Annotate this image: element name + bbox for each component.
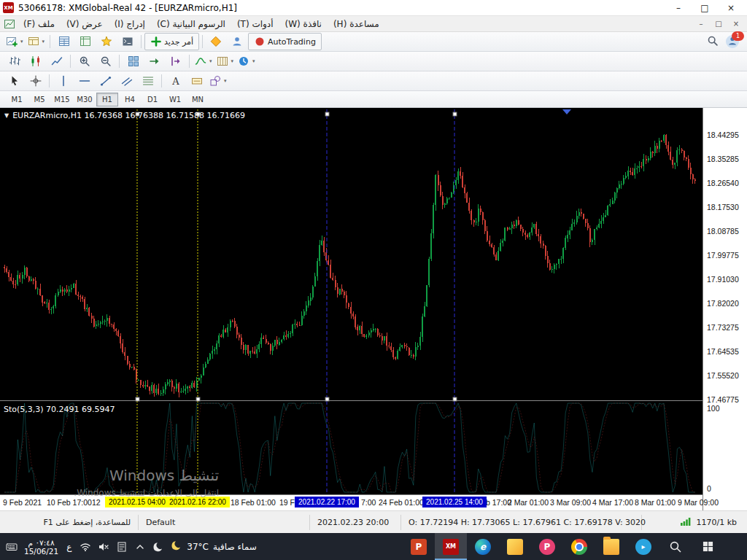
vertical-line-icon [58,75,69,87]
status-profile[interactable]: Default [139,515,310,530]
taskbar-app-app-p[interactable]: P [531,533,563,560]
templates-button[interactable]: ▾ [236,52,258,70]
time-axis-label: 18 Feb 01:00 [231,498,276,507]
timeframe-MN[interactable]: MN [187,93,209,106]
trendline-button[interactable] [95,72,116,90]
metaeditor-icon [210,36,222,47]
timeframe-H1[interactable]: H1 [96,93,118,106]
menu-item[interactable]: نافذة (W) [279,18,328,31]
timeframe-D1[interactable]: D1 [142,93,163,106]
metaeditor-button[interactable] [206,33,227,50]
profiles-button[interactable]: ▾ [26,33,47,50]
navigator-button[interactable] [96,33,117,50]
search-icon[interactable] [707,35,719,49]
menu-item[interactable]: الرسوم البيانية (C) [151,18,231,31]
taskbar-app-store-yellow[interactable] [499,533,531,560]
new-order-button[interactable]: أمر جديد [144,33,199,50]
close-button[interactable]: × [718,1,744,15]
candlestick-icon [30,55,42,67]
indicators-button[interactable]: ▾ [193,52,214,70]
navigator-icon [101,36,112,47]
candlestick-button[interactable] [25,52,46,70]
zoom-in-button[interactable] [74,52,95,70]
timeframe-M30[interactable]: M30 [74,93,96,106]
toolbar-button-label: AutoTrading [268,37,316,47]
menu-item[interactable]: عرض (V) [61,18,109,31]
menu-item[interactable]: إدراج (I) [109,18,151,31]
time-axis[interactable]: 9 Feb 202110 Feb 17:001218 Feb 01:0019 F… [0,494,703,510]
crosshair-button[interactable] [25,72,46,90]
taskbar-app-file-explorer[interactable] [595,533,627,560]
timeframe-H4[interactable]: H4 [119,93,141,106]
taskbar-app-app-blue[interactable]: ▸ [627,533,659,560]
terminal-button[interactable] [117,33,138,50]
taskbar-app-chrome[interactable] [563,533,595,560]
vertical-line-button[interactable] [53,72,74,90]
taskbar-app-edge[interactable]: e [467,533,499,560]
chart-shift-button[interactable] [165,52,186,70]
periods-button[interactable]: ▾ [214,52,236,70]
experts-button[interactable] [227,33,248,50]
taskbar-app-powerpoint[interactable]: P [403,533,435,560]
data-window-button[interactable] [74,33,96,50]
chart-plot-area[interactable] [0,108,703,494]
taskbar-clock[interactable]: ٠٧:٤٨ م 15/06/21 [24,538,58,556]
market-watch-button[interactable] [53,33,74,50]
autotrading-button[interactable]: AutoTrading [248,33,322,50]
autotrading-icon [254,36,266,47]
language-indicator[interactable]: ع [65,542,73,552]
shapes-button[interactable]: ▾ [207,72,229,90]
tray-app-icon[interactable] [116,541,128,553]
menu-item[interactable]: مساعدة (H) [328,18,385,31]
bar-chart-icon [9,55,20,67]
menu-item[interactable]: أدوات (T) [231,18,279,31]
vline-time-label[interactable]: 2021.02.16 22:00 [166,497,230,508]
status-connection[interactable]: 1170/1 kb [673,515,747,530]
taskbar-app-start[interactable] [692,533,724,560]
chart-icon[interactable] [3,18,16,30]
text-button[interactable]: A [165,72,186,90]
hidden-icons-chevron[interactable] [134,541,146,553]
vline-time-label[interactable]: 2021.02.25 14:00 [422,497,487,508]
text-label-button[interactable] [186,72,207,90]
zoom-out-button[interactable] [95,52,116,70]
minimize-button[interactable]: – [665,1,692,15]
chevron-down-icon: ▾ [20,39,23,44]
timeframe-M15[interactable]: M15 [51,93,73,106]
new-order-icon [150,36,162,47]
vline-time-label[interactable]: 2021.02.15 04:00 [105,497,169,508]
focus-assist-moon-icon[interactable] [152,541,164,553]
account-avatar[interactable]: 1 [726,35,739,48]
fibonacci-button[interactable] [137,72,158,90]
mdi-minimize-button[interactable]: – [693,18,709,30]
zoom-out-icon [100,55,112,67]
toolbar-separator [70,55,71,68]
volume-muted-icon[interactable] [98,541,109,553]
timeframe-M5[interactable]: M5 [28,93,50,106]
tile-windows-button[interactable] [123,52,144,70]
touch-keyboard-icon[interactable] [6,541,18,553]
timeframe-W1[interactable]: W1 [164,93,186,106]
crosshair-icon [30,75,42,87]
horizontal-line-button[interactable] [74,72,95,90]
mdi-close-button[interactable]: × [728,18,744,30]
chevron-down-icon: ▾ [42,39,45,44]
taskbar-app-xm-terminal[interactable]: XM [435,533,467,560]
mdi-restore-button[interactable]: □ [711,18,727,30]
fibonacci-icon [142,75,154,87]
timeframe-M1[interactable]: M1 [6,93,28,106]
maximize-button[interactable]: □ [692,1,718,15]
bar-chart-button[interactable] [4,52,25,70]
wifi-icon[interactable] [80,541,91,553]
time-axis-label: 2 Mar 01:00 [508,498,549,507]
auto-scroll-button[interactable] [144,52,165,70]
menu-item[interactable]: ملف (F) [18,18,61,31]
channel-button[interactable] [116,72,137,90]
cursor-button[interactable] [4,72,25,90]
new-chart-button[interactable]: ▾ [4,33,26,50]
price-scale[interactable]: 18.4429518.3528518.2654018.1753018.08785… [703,108,747,510]
weather-widget[interactable]: 37°C سماء صافية [171,540,256,553]
taskbar-app-search[interactable] [659,533,692,560]
line-chart-button[interactable] [46,52,67,70]
vline-time-label[interactable]: 2021.02.22 17:00 [295,497,359,508]
